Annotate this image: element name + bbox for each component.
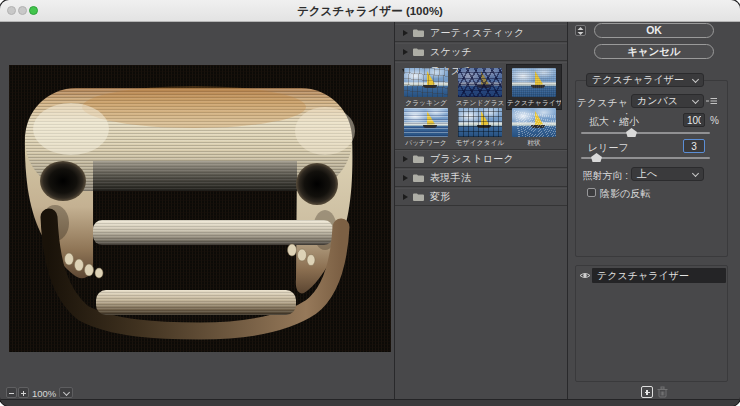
scaling-label: 拡大・縮小 xyxy=(589,115,639,129)
thumbnail-texturizer-selected[interactable]: テクスチャライザー xyxy=(507,65,561,109)
thumbnail-grain[interactable]: 粒状 xyxy=(507,105,561,149)
triangle-right-icon xyxy=(403,194,408,200)
cancel-button[interactable]: キャンセル xyxy=(594,44,714,59)
thumbnail-patchwork[interactable]: パッチワーク xyxy=(399,105,453,149)
category-sketch[interactable]: スケッチ xyxy=(395,43,567,61)
filter-preview-image[interactable] xyxy=(9,65,391,352)
ok-button[interactable]: OK xyxy=(594,23,714,38)
filter-select-value: テクスチャライザー xyxy=(592,73,684,87)
collapse-thumbnails-button[interactable] xyxy=(575,25,586,36)
thumbnail-craquelure[interactable]: クラッキング xyxy=(399,65,453,109)
light-direction-label: 照射方向 : xyxy=(574,169,628,183)
category-distort[interactable]: 変形 xyxy=(395,188,567,206)
zoom-level-dropdown[interactable] xyxy=(59,387,73,398)
triangle-right-icon xyxy=(403,49,408,55)
thumbnail-label: パッチワーク xyxy=(399,138,453,148)
chevron-down-icon xyxy=(692,169,699,176)
triangle-right-icon xyxy=(403,175,408,181)
texturizer-dialog: テクスチャライザー (100%) xyxy=(0,0,740,406)
category-label: アーティスティック xyxy=(430,26,525,40)
thumbnail-image xyxy=(458,108,502,137)
thumbnail-image xyxy=(458,68,502,97)
triangle-right-icon xyxy=(403,156,408,162)
category-label: 変形 xyxy=(430,190,451,204)
minus-icon xyxy=(9,393,14,394)
scaling-slider-track[interactable] xyxy=(581,132,710,134)
relief-label: レリーフ xyxy=(588,141,629,155)
folder-icon xyxy=(413,48,424,56)
thumbnail-image xyxy=(404,68,448,97)
scaling-unit: % xyxy=(710,115,719,126)
folder-icon xyxy=(413,29,424,37)
chevron-down-icon xyxy=(692,96,699,103)
category-brush-strokes[interactable]: ブラシストローク xyxy=(395,150,567,168)
folder-icon xyxy=(413,155,424,163)
category-stylize[interactable]: 表現手法 xyxy=(395,169,567,187)
delete-effect-layer-button[interactable] xyxy=(657,386,668,398)
relief-value-input[interactable] xyxy=(683,139,705,153)
light-direction-value: 上へ xyxy=(637,167,657,181)
category-label: ブラシストローク xyxy=(430,152,514,166)
window-footer xyxy=(0,399,740,406)
thumbnail-image xyxy=(512,68,556,97)
thumbnail-stained-glass[interactable]: ステンドグラス xyxy=(453,65,507,109)
effect-layers-panel: テクスチャライザー xyxy=(575,265,728,382)
zoom-in-button[interactable] xyxy=(18,387,29,398)
window-title: テクスチャライザー (100%) xyxy=(0,4,740,19)
thumbnail-label: モザイクタイル xyxy=(453,138,507,148)
texture-value: カンバス xyxy=(637,94,678,108)
light-direction-dropdown[interactable]: 上へ xyxy=(631,167,704,181)
texture-dropdown[interactable]: カンバス xyxy=(631,94,704,108)
folder-icon xyxy=(413,174,424,182)
triangle-right-icon xyxy=(403,30,408,36)
thumbnail-image xyxy=(512,108,556,137)
thumbnail-mosaic-tiles[interactable]: モザイクタイル xyxy=(453,105,507,149)
eye-icon[interactable] xyxy=(579,271,591,280)
texture-options-menu-icon[interactable] xyxy=(706,97,717,105)
scaling-value-input[interactable] xyxy=(683,113,705,127)
chevron-down-icon xyxy=(62,388,69,395)
folder-icon xyxy=(413,193,424,201)
category-artistic[interactable]: アーティスティック xyxy=(395,24,567,42)
category-label: スケッチ xyxy=(430,45,472,59)
thumbnail-label: 粒状 xyxy=(507,138,561,148)
chevron-down-icon xyxy=(692,75,699,82)
new-effect-layer-button[interactable] xyxy=(641,386,653,398)
thumbnail-image xyxy=(404,108,448,137)
filter-select-dropdown[interactable]: テクスチャライザー xyxy=(586,73,704,87)
invert-label: 陰影の反転 xyxy=(600,187,650,201)
category-label: 表現手法 xyxy=(430,171,471,185)
zoom-out-button[interactable] xyxy=(6,387,17,398)
skull-preview-art xyxy=(9,65,391,352)
double-arrow-icon xyxy=(577,27,584,35)
effect-layer-row[interactable]: テクスチャライザー xyxy=(592,268,726,283)
invert-checkbox[interactable] xyxy=(587,188,596,197)
zoom-level-value: 100% xyxy=(32,388,56,399)
pane-divider xyxy=(567,22,568,399)
